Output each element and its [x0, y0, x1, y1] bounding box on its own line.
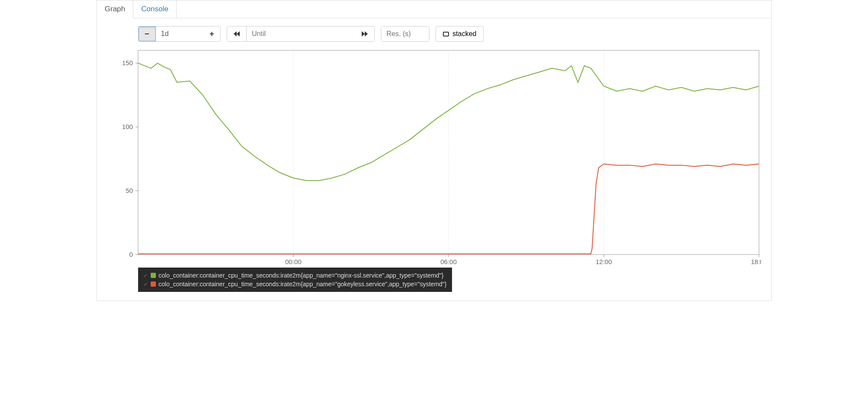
range-group: − +: [138, 26, 221, 42]
legend-item[interactable]: ✔colo_container:container_cpu_time_secon…: [143, 271, 447, 280]
svg-text:0: 0: [129, 251, 133, 258]
resolution-input[interactable]: [381, 26, 429, 41]
svg-text:06:00: 06:00: [440, 258, 457, 265]
svg-text:18:00: 18:00: [751, 258, 761, 265]
until-input[interactable]: [247, 26, 355, 41]
panel: Graph Console − + stacked 05010015000:0: [96, 0, 772, 301]
check-icon: ✔: [143, 281, 148, 288]
chart[interactable]: 05010015000:0006:0012:0018:00: [106, 46, 761, 268]
range-plus-button[interactable]: +: [204, 26, 221, 41]
tabs: Graph Console: [97, 0, 771, 18]
time-prev-button[interactable]: [227, 26, 247, 41]
svg-text:100: 100: [122, 123, 133, 130]
resolution-group: [381, 26, 429, 42]
legend-label: colo_container:container_cpu_time_second…: [158, 281, 447, 288]
legend-label: colo_container:container_cpu_time_second…: [158, 272, 443, 279]
rewind-icon: [233, 31, 240, 37]
stacked-label: stacked: [452, 30, 476, 38]
svg-text:12:00: 12:00: [596, 258, 612, 265]
unstacked-icon: [443, 32, 449, 36]
tab-console[interactable]: Console: [133, 0, 176, 18]
range-minus-button[interactable]: −: [139, 26, 156, 41]
time-next-button[interactable]: [355, 26, 374, 41]
legend-swatch: [151, 281, 156, 287]
legend-swatch: [151, 273, 156, 278]
toolbar: − + stacked: [97, 18, 771, 46]
legend-item[interactable]: ✔colo_container:container_cpu_time_secon…: [143, 280, 447, 288]
svg-text:50: 50: [125, 187, 133, 194]
tab-graph[interactable]: Graph: [97, 0, 133, 18]
svg-text:00:00: 00:00: [285, 258, 302, 265]
forward-icon: [361, 31, 368, 37]
time-group: [227, 26, 375, 42]
check-icon: ✔: [143, 272, 148, 279]
svg-text:150: 150: [122, 59, 133, 66]
chart-area: 05010015000:0006:0012:0018:00 ✔colo_cont…: [97, 46, 771, 301]
legend: ✔colo_container:container_cpu_time_secon…: [138, 268, 452, 292]
range-input[interactable]: [156, 26, 204, 41]
stacked-toggle[interactable]: stacked: [436, 26, 484, 42]
chart-svg: 05010015000:0006:0012:0018:00: [106, 46, 761, 268]
